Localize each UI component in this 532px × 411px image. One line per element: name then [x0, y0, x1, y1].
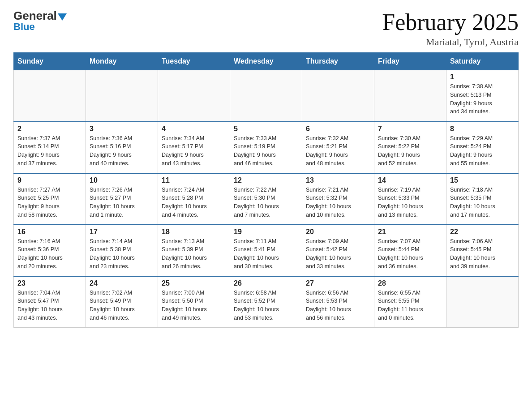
- day-number: 2: [17, 125, 82, 133]
- day-info: Sunrise: 7:13 AMSunset: 5:39 PMDaylight:…: [162, 237, 226, 271]
- table-row: [446, 276, 519, 328]
- location: Mariatal, Tyrol, Austria: [382, 36, 519, 48]
- table-row: 22Sunrise: 7:06 AMSunset: 5:45 PMDayligh…: [446, 225, 519, 276]
- table-row: 11Sunrise: 7:24 AMSunset: 5:28 PMDayligh…: [158, 173, 230, 225]
- table-row: 8Sunrise: 7:29 AMSunset: 5:24 PMDaylight…: [446, 122, 519, 173]
- table-row: 3Sunrise: 7:36 AMSunset: 5:16 PMDaylight…: [86, 122, 158, 173]
- calendar-week-row: 2Sunrise: 7:37 AMSunset: 5:14 PMDaylight…: [14, 122, 519, 173]
- day-number: 5: [234, 125, 298, 133]
- day-info: Sunrise: 7:11 AMSunset: 5:41 PMDaylight:…: [234, 237, 298, 271]
- day-number: 15: [450, 176, 515, 184]
- day-number: 10: [90, 176, 154, 184]
- logo-arrow-icon: [58, 13, 67, 21]
- day-info: Sunrise: 7:29 AMSunset: 5:24 PMDaylight:…: [450, 134, 515, 168]
- day-number: 14: [378, 176, 442, 184]
- logo: General Blue: [13, 9, 67, 33]
- day-number: 28: [378, 279, 442, 287]
- day-info: Sunrise: 7:24 AMSunset: 5:28 PMDaylight:…: [162, 186, 226, 219]
- table-row: 27Sunrise: 6:56 AMSunset: 5:53 PMDayligh…: [302, 276, 374, 328]
- page-header: General Blue February 2025 Mariatal, Tyr…: [13, 9, 519, 48]
- table-row: 28Sunrise: 6:55 AMSunset: 5:55 PMDayligh…: [374, 276, 446, 328]
- table-row: 23Sunrise: 7:04 AMSunset: 5:47 PMDayligh…: [14, 276, 86, 328]
- day-number: 8: [450, 125, 515, 133]
- table-row: 25Sunrise: 7:00 AMSunset: 5:50 PMDayligh…: [158, 276, 230, 328]
- table-row: 20Sunrise: 7:09 AMSunset: 5:42 PMDayligh…: [302, 225, 374, 276]
- logo-blue: Blue: [13, 21, 35, 33]
- day-number: 21: [378, 228, 442, 236]
- day-number: 24: [90, 279, 154, 287]
- table-row: 19Sunrise: 7:11 AMSunset: 5:41 PMDayligh…: [230, 225, 302, 276]
- day-info: Sunrise: 7:14 AMSunset: 5:38 PMDaylight:…: [90, 237, 154, 271]
- day-number: 11: [162, 176, 226, 184]
- header-wednesday: Wednesday: [230, 53, 302, 70]
- calendar-week-row: 23Sunrise: 7:04 AMSunset: 5:47 PMDayligh…: [14, 276, 519, 328]
- day-info: Sunrise: 7:18 AMSunset: 5:35 PMDaylight:…: [450, 186, 515, 219]
- day-info: Sunrise: 7:19 AMSunset: 5:33 PMDaylight:…: [378, 186, 442, 219]
- table-row: 10Sunrise: 7:26 AMSunset: 5:27 PMDayligh…: [86, 173, 158, 225]
- header-sunday: Sunday: [14, 53, 86, 70]
- day-info: Sunrise: 7:26 AMSunset: 5:27 PMDaylight:…: [90, 186, 154, 219]
- day-info: Sunrise: 7:09 AMSunset: 5:42 PMDaylight:…: [306, 237, 370, 271]
- title-block: February 2025 Mariatal, Tyrol, Austria: [382, 9, 519, 48]
- day-info: Sunrise: 7:32 AMSunset: 5:21 PMDaylight:…: [306, 134, 370, 168]
- calendar-week-row: 1Sunrise: 7:38 AMSunset: 5:13 PMDaylight…: [14, 70, 519, 122]
- day-info: Sunrise: 7:16 AMSunset: 5:36 PMDaylight:…: [17, 237, 82, 271]
- day-number: 26: [234, 279, 298, 287]
- table-row: 14Sunrise: 7:19 AMSunset: 5:33 PMDayligh…: [374, 173, 446, 225]
- day-number: 12: [234, 176, 298, 184]
- day-number: 1: [450, 73, 515, 81]
- table-row: 18Sunrise: 7:13 AMSunset: 5:39 PMDayligh…: [158, 225, 230, 276]
- day-number: 13: [306, 176, 370, 184]
- calendar-table: Sunday Monday Tuesday Wednesday Thursday…: [13, 52, 519, 328]
- day-number: 6: [306, 125, 370, 133]
- table-row: 1Sunrise: 7:38 AMSunset: 5:13 PMDaylight…: [446, 70, 519, 122]
- table-row: 26Sunrise: 6:58 AMSunset: 5:52 PMDayligh…: [230, 276, 302, 328]
- day-number: 18: [162, 228, 226, 236]
- table-row: 16Sunrise: 7:16 AMSunset: 5:36 PMDayligh…: [14, 225, 86, 276]
- table-row: 24Sunrise: 7:02 AMSunset: 5:49 PMDayligh…: [86, 276, 158, 328]
- table-row: 12Sunrise: 7:22 AMSunset: 5:30 PMDayligh…: [230, 173, 302, 225]
- day-info: Sunrise: 7:07 AMSunset: 5:44 PMDaylight:…: [378, 237, 442, 271]
- weekday-header-row: Sunday Monday Tuesday Wednesday Thursday…: [14, 53, 519, 70]
- day-number: 16: [17, 228, 82, 236]
- table-row: [302, 70, 374, 122]
- table-row: 13Sunrise: 7:21 AMSunset: 5:32 PMDayligh…: [302, 173, 374, 225]
- table-row: 21Sunrise: 7:07 AMSunset: 5:44 PMDayligh…: [374, 225, 446, 276]
- day-info: Sunrise: 7:00 AMSunset: 5:50 PMDaylight:…: [162, 289, 226, 322]
- day-number: 22: [450, 228, 515, 236]
- table-row: 5Sunrise: 7:33 AMSunset: 5:19 PMDaylight…: [230, 122, 302, 173]
- header-saturday: Saturday: [446, 53, 519, 70]
- day-info: Sunrise: 6:58 AMSunset: 5:52 PMDaylight:…: [234, 289, 298, 322]
- day-info: Sunrise: 7:38 AMSunset: 5:13 PMDaylight:…: [450, 82, 515, 116]
- day-number: 20: [306, 228, 370, 236]
- table-row: 7Sunrise: 7:30 AMSunset: 5:22 PMDaylight…: [374, 122, 446, 173]
- table-row: 2Sunrise: 7:37 AMSunset: 5:14 PMDaylight…: [14, 122, 86, 173]
- table-row: [230, 70, 302, 122]
- day-number: 9: [17, 176, 82, 184]
- calendar-week-row: 16Sunrise: 7:16 AMSunset: 5:36 PMDayligh…: [14, 225, 519, 276]
- day-number: 27: [306, 279, 370, 287]
- day-info: Sunrise: 7:21 AMSunset: 5:32 PMDaylight:…: [306, 186, 370, 219]
- table-row: 17Sunrise: 7:14 AMSunset: 5:38 PMDayligh…: [86, 225, 158, 276]
- day-info: Sunrise: 7:36 AMSunset: 5:16 PMDaylight:…: [90, 134, 154, 168]
- day-info: Sunrise: 7:30 AMSunset: 5:22 PMDaylight:…: [378, 134, 442, 168]
- day-number: 19: [234, 228, 298, 236]
- header-tuesday: Tuesday: [158, 53, 230, 70]
- calendar-week-row: 9Sunrise: 7:27 AMSunset: 5:25 PMDaylight…: [14, 173, 519, 225]
- day-info: Sunrise: 7:34 AMSunset: 5:17 PMDaylight:…: [162, 134, 226, 168]
- day-info: Sunrise: 7:37 AMSunset: 5:14 PMDaylight:…: [17, 134, 82, 168]
- day-info: Sunrise: 6:56 AMSunset: 5:53 PMDaylight:…: [306, 289, 370, 322]
- table-row: 9Sunrise: 7:27 AMSunset: 5:25 PMDaylight…: [14, 173, 86, 225]
- header-thursday: Thursday: [302, 53, 374, 70]
- header-monday: Monday: [86, 53, 158, 70]
- day-info: Sunrise: 7:02 AMSunset: 5:49 PMDaylight:…: [90, 289, 154, 322]
- day-info: Sunrise: 7:04 AMSunset: 5:47 PMDaylight:…: [17, 289, 82, 322]
- day-number: 7: [378, 125, 442, 133]
- table-row: [158, 70, 230, 122]
- day-number: 17: [90, 228, 154, 236]
- day-number: 4: [162, 125, 226, 133]
- day-info: Sunrise: 7:27 AMSunset: 5:25 PMDaylight:…: [17, 186, 82, 219]
- table-row: 15Sunrise: 7:18 AMSunset: 5:35 PMDayligh…: [446, 173, 519, 225]
- table-row: [14, 70, 86, 122]
- day-info: Sunrise: 7:22 AMSunset: 5:30 PMDaylight:…: [234, 186, 298, 219]
